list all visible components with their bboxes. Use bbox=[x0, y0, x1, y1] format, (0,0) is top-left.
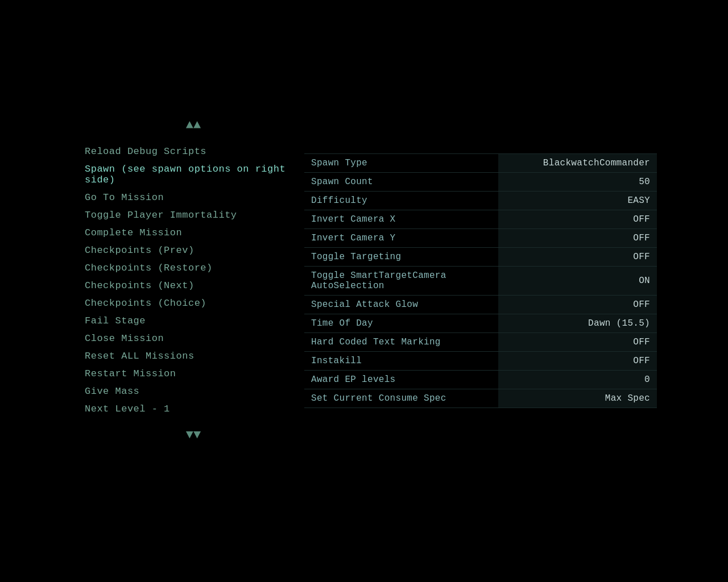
menu-item-7[interactable]: Checkpoints (Next) bbox=[82, 277, 304, 294]
settings-label-3: Invert Camera X bbox=[304, 210, 498, 229]
settings-row-10[interactable]: InstakillOFF bbox=[304, 352, 657, 371]
menu-item-5[interactable]: Checkpoints (Prev) bbox=[82, 242, 304, 259]
settings-row-8[interactable]: Time Of DayDawn (15.5) bbox=[304, 314, 657, 333]
settings-value-0: BlackwatchCommander bbox=[498, 154, 657, 173]
menu-item-2[interactable]: Go To Mission bbox=[82, 189, 304, 206]
settings-value-4: OFF bbox=[498, 229, 657, 248]
right-panel: Spawn TypeBlackwatchCommanderSpawn Count… bbox=[304, 153, 657, 408]
settings-label-7: Special Attack Glow bbox=[304, 296, 498, 314]
menu-item-1[interactable]: Spawn (see spawn options on right side) bbox=[82, 160, 304, 189]
menu-item-14[interactable]: Next Level - 1 bbox=[82, 400, 304, 418]
menu-item-3[interactable]: Toggle Player Immortality bbox=[82, 206, 304, 224]
settings-row-3[interactable]: Invert Camera XOFF bbox=[304, 210, 657, 229]
settings-label-1: Spawn Count bbox=[304, 173, 498, 192]
settings-value-2: EASY bbox=[498, 192, 657, 210]
settings-value-6: ON bbox=[498, 267, 657, 296]
settings-row-12[interactable]: Set Current Consume SpecMax Spec bbox=[304, 389, 657, 408]
settings-row-0[interactable]: Spawn TypeBlackwatchCommander bbox=[304, 154, 657, 173]
settings-label-2: Difficulty bbox=[304, 192, 498, 210]
settings-label-5: Toggle Targeting bbox=[304, 248, 498, 267]
scroll-down-arrow[interactable]: ▼▼ bbox=[82, 428, 304, 442]
settings-label-6: Toggle SmartTargetCamera AutoSelection bbox=[304, 267, 498, 296]
settings-value-5: OFF bbox=[498, 248, 657, 267]
scroll-up-arrow[interactable]: ▲▲ bbox=[82, 118, 304, 132]
settings-label-11: Award EP levels bbox=[304, 371, 498, 389]
menu-item-9[interactable]: Fail Stage bbox=[82, 312, 304, 330]
settings-value-7: OFF bbox=[498, 296, 657, 314]
menu-item-8[interactable]: Checkpoints (Choice) bbox=[82, 294, 304, 312]
settings-row-4[interactable]: Invert Camera YOFF bbox=[304, 229, 657, 248]
settings-value-12: Max Spec bbox=[498, 389, 657, 408]
left-panel: ▲▲ Reload Debug ScriptsSpawn (see spawn … bbox=[82, 102, 304, 442]
menu-item-4[interactable]: Complete Mission bbox=[82, 224, 304, 242]
settings-value-10: OFF bbox=[498, 352, 657, 371]
settings-value-9: OFF bbox=[498, 333, 657, 352]
settings-value-11: 0 bbox=[498, 371, 657, 389]
settings-row-7[interactable]: Special Attack GlowOFF bbox=[304, 296, 657, 314]
menu-item-0[interactable]: Reload Debug Scripts bbox=[82, 143, 304, 160]
menu-item-13[interactable]: Give Mass bbox=[82, 383, 304, 400]
settings-label-9: Hard Coded Text Marking bbox=[304, 333, 498, 352]
settings-label-0: Spawn Type bbox=[304, 154, 498, 173]
menu-item-11[interactable]: Reset ALL Missions bbox=[82, 347, 304, 365]
menu-item-10[interactable]: Close Mission bbox=[82, 330, 304, 347]
settings-label-10: Instakill bbox=[304, 352, 498, 371]
settings-table: Spawn TypeBlackwatchCommanderSpawn Count… bbox=[304, 153, 657, 408]
menu-list: Reload Debug ScriptsSpawn (see spawn opt… bbox=[82, 143, 304, 418]
settings-row-2[interactable]: DifficultyEASY bbox=[304, 192, 657, 210]
menu-item-12[interactable]: Restart Mission bbox=[82, 365, 304, 383]
settings-value-1: 50 bbox=[498, 173, 657, 192]
settings-row-6[interactable]: Toggle SmartTargetCamera AutoSelectionON bbox=[304, 267, 657, 296]
settings-row-9[interactable]: Hard Coded Text MarkingOFF bbox=[304, 333, 657, 352]
menu-item-6[interactable]: Checkpoints (Restore) bbox=[82, 259, 304, 277]
settings-value-8: Dawn (15.5) bbox=[498, 314, 657, 333]
settings-row-5[interactable]: Toggle TargetingOFF bbox=[304, 248, 657, 267]
settings-label-8: Time Of Day bbox=[304, 314, 498, 333]
settings-label-4: Invert Camera Y bbox=[304, 229, 498, 248]
settings-tbody: Spawn TypeBlackwatchCommanderSpawn Count… bbox=[304, 154, 657, 408]
settings-value-3: OFF bbox=[498, 210, 657, 229]
settings-row-1[interactable]: Spawn Count50 bbox=[304, 173, 657, 192]
settings-label-12: Set Current Consume Spec bbox=[304, 389, 498, 408]
settings-row-11[interactable]: Award EP levels0 bbox=[304, 371, 657, 389]
